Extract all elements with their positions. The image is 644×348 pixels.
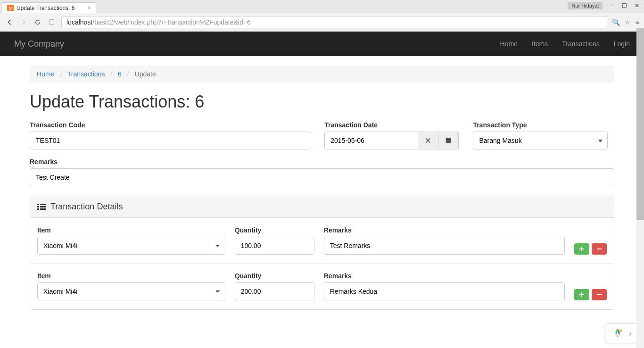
browser-navbar: localhost/basic2/web/index.php?r=transac… xyxy=(0,13,644,31)
app-navbar: My Company Home Items Transactions Login xyxy=(0,32,644,56)
panel-title: Transaction Details xyxy=(50,202,123,212)
tab-bar: X Update Transactions: 6 × Nur Hidayat ─… xyxy=(0,0,644,13)
transaction-code-group: Transaction Code xyxy=(30,121,310,149)
url-host: localhost xyxy=(66,18,92,26)
close-icon[interactable]: × xyxy=(88,5,91,11)
transaction-type-label: Transaction Type xyxy=(473,121,607,129)
add-row-button[interactable] xyxy=(574,243,589,255)
svg-rect-9 xyxy=(37,206,39,207)
star-icon[interactable]: ☆ xyxy=(625,18,631,26)
panel-heading: Transaction Details xyxy=(30,196,614,218)
calendar-icon xyxy=(445,137,452,144)
remarks-label: Remarks xyxy=(30,158,614,166)
nav-link-transactions[interactable]: Transactions xyxy=(562,40,600,48)
svg-rect-11 xyxy=(37,208,39,210)
tab-title: Update Transactions: 6 xyxy=(17,5,74,11)
breadcrumb-transactions[interactable]: Transactions xyxy=(67,70,105,78)
nav-link-items[interactable]: Items xyxy=(532,40,548,48)
nav-link-login[interactable]: Login xyxy=(614,40,630,48)
detail-row: Item Xiaomi Mi4i Quantity Remarks xyxy=(30,264,614,309)
scrollbar-thumb[interactable] xyxy=(636,28,644,220)
transaction-type-select[interactable]: Barang Masuk xyxy=(473,132,607,149)
svg-rect-4 xyxy=(446,139,451,140)
transaction-details-panel: Transaction Details Item Xiaomi Mi4i Qua… xyxy=(30,196,614,310)
quantity-input[interactable] xyxy=(235,282,314,300)
minus-icon xyxy=(596,246,602,252)
detail-row: Item Xiaomi Mi4i Quantity Remarks xyxy=(30,218,614,264)
detail-remarks-input[interactable] xyxy=(324,237,565,255)
item-select[interactable]: Xiaomi Mi4i xyxy=(37,237,225,255)
quantity-label: Quantity xyxy=(235,272,314,280)
scrollbar[interactable] xyxy=(636,28,644,310)
zoom-icon[interactable]: 🔍 xyxy=(612,18,620,26)
remove-row-button[interactable] xyxy=(592,289,607,300)
navbar-brand[interactable]: My Company xyxy=(14,39,64,49)
quantity-label: Quantity xyxy=(235,226,314,234)
file-icon xyxy=(47,17,57,27)
minus-icon xyxy=(596,292,602,298)
reload-icon[interactable] xyxy=(33,17,42,27)
navbar-nav: Home Items Transactions Login xyxy=(500,40,630,48)
back-icon[interactable] xyxy=(5,17,14,27)
detail-remarks-label: Remarks xyxy=(324,226,565,234)
svg-rect-12 xyxy=(40,208,46,210)
transaction-code-label: Transaction Code xyxy=(30,121,310,129)
item-label: Item xyxy=(37,226,225,234)
breadcrumb: Home / Transactions / 6 / Update xyxy=(30,66,614,83)
window-controls: Nur Hidayat ─ ☐ ✕ xyxy=(568,2,639,9)
transaction-date-label: Transaction Date xyxy=(324,121,459,129)
add-row-button[interactable] xyxy=(574,289,589,300)
remarks-input[interactable] xyxy=(30,168,614,186)
remarks-group: Remarks xyxy=(30,158,614,186)
times-icon xyxy=(425,137,431,144)
svg-text:X: X xyxy=(9,6,12,11)
menu-icon[interactable]: ≡ xyxy=(636,18,639,26)
breadcrumb-current: Update xyxy=(135,70,156,78)
url-bar[interactable]: localhost/basic2/web/index.php?r=transac… xyxy=(61,16,607,28)
svg-rect-2 xyxy=(50,20,54,25)
svg-rect-5 xyxy=(447,138,448,139)
remove-row-button[interactable] xyxy=(592,243,607,255)
xampp-icon: X xyxy=(7,5,14,11)
forward-icon[interactable] xyxy=(19,17,28,27)
plus-icon xyxy=(579,292,585,298)
date-picker-button[interactable] xyxy=(438,132,459,149)
url-path: /basic2/web/index.php?r=transaction%2Fup… xyxy=(92,18,250,26)
quantity-input[interactable] xyxy=(235,237,314,255)
svg-rect-8 xyxy=(40,204,46,205)
svg-rect-7 xyxy=(37,204,39,205)
breadcrumb-id[interactable]: 6 xyxy=(118,70,122,78)
nav-link-home[interactable]: Home xyxy=(500,40,518,48)
detail-remarks-input[interactable] xyxy=(324,282,565,300)
list-icon xyxy=(37,203,46,211)
item-select[interactable]: Xiaomi Mi4i xyxy=(37,282,225,300)
window-close-icon[interactable]: ✕ xyxy=(635,2,639,9)
plus-icon xyxy=(579,246,585,252)
item-label: Item xyxy=(37,272,225,280)
svg-rect-10 xyxy=(40,206,46,207)
transaction-date-input[interactable] xyxy=(324,132,418,149)
date-clear-button[interactable] xyxy=(418,132,438,149)
maximize-icon[interactable]: ☐ xyxy=(622,2,627,9)
detail-remarks-label: Remarks xyxy=(324,272,565,280)
browser-tab[interactable]: X Update Transactions: 6 × xyxy=(2,2,96,13)
page-title: Update Transactions: 6 xyxy=(30,92,614,112)
minimize-icon[interactable]: ─ xyxy=(610,2,614,9)
user-badge: Nur Hidayat xyxy=(568,2,603,9)
transaction-code-input[interactable] xyxy=(30,132,310,149)
browser-chrome: X Update Transactions: 6 × Nur Hidayat ─… xyxy=(0,0,644,32)
breadcrumb-home[interactable]: Home xyxy=(37,70,54,78)
transaction-type-group: Transaction Type Barang Masuk xyxy=(473,121,607,149)
svg-rect-6 xyxy=(449,138,450,139)
transaction-date-group: Transaction Date xyxy=(324,121,459,149)
